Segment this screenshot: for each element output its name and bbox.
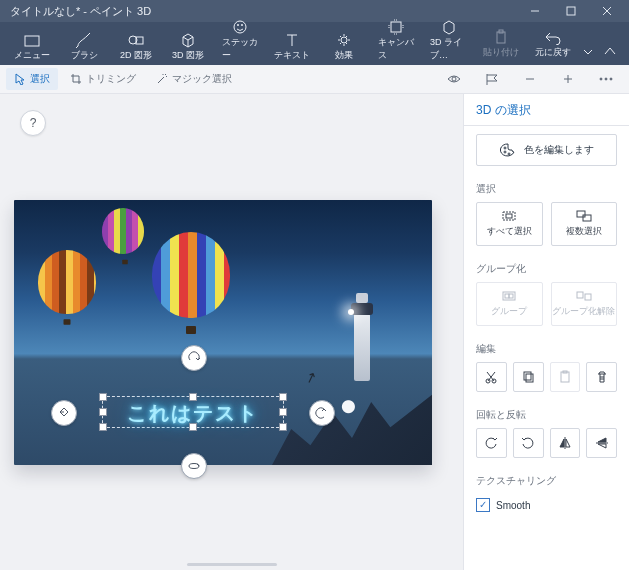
menu-label: メニュー [14,49,50,62]
select-all-button[interactable]: すべて選択 [476,202,543,246]
sticker-tab[interactable]: ステッカー [214,17,266,65]
svg-rect-30 [526,374,533,382]
sticker-icon [231,19,249,35]
paste-icon [492,29,510,45]
canvas-image[interactable]: これはテスト ↗ [14,200,432,465]
resize-handle-r[interactable] [279,408,287,416]
rotate-x-handle[interactable] [181,345,207,371]
minus-icon [524,73,536,85]
canvas-icon [387,19,405,35]
more-button[interactable] [589,66,623,92]
title-bar: タイトルなし* - ペイント 3D [0,0,629,22]
svg-point-7 [341,37,347,43]
shapes2d-tab[interactable]: 2D 図形 [110,30,162,65]
scene-lighthouse [354,313,370,381]
svg-point-13 [605,78,607,80]
svg-rect-23 [505,294,509,298]
scene-balloon-2 [102,208,144,254]
svg-rect-18 [503,212,515,220]
chevron-down-icon [583,48,593,56]
delete-button[interactable] [586,362,617,392]
maximize-button[interactable] [553,0,589,22]
undo-icon [544,29,562,45]
depth-handle[interactable] [51,400,77,426]
undo-button[interactable]: 元に戻す [527,27,579,62]
resize-handle-br[interactable] [279,423,287,431]
resize-handle-l[interactable] [99,408,107,416]
ellipsis-icon [599,77,613,81]
library3d-tab[interactable]: 3D ライブ… [422,17,475,65]
resize-handle-b[interactable] [189,423,197,431]
scene-balloon-3 [152,232,230,318]
magic-label: マジック選択 [172,72,232,86]
brush-label: ブラシ [71,49,98,62]
text-label: テキスト [274,49,310,62]
selection-box[interactable]: これはテスト ↗ [102,396,284,428]
plus-icon [562,73,574,85]
undo-label: 元に戻す [535,46,571,59]
section-select-title: 選択 [476,182,617,196]
copy-button[interactable] [513,362,544,392]
rotate-y-handle[interactable] [309,400,335,426]
magic-select-tool[interactable]: マジック選択 [148,68,240,90]
svg-rect-19 [506,214,512,218]
svg-rect-26 [585,294,591,300]
help-button[interactable]: ? [20,110,46,136]
view3d-button[interactable] [437,66,471,92]
effects-icon [335,32,353,48]
ribbon: メニュー ブラシ 2D 図形 3D 図形 ステッカー テキスト 効果 キャンバ [0,22,629,65]
minimize-button[interactable] [517,0,553,22]
horizontal-scroll-indicator[interactable] [187,563,277,566]
svg-rect-25 [577,292,583,298]
section-texture-title: テクスチャリング [476,474,617,488]
text-tab[interactable]: テキスト [266,30,318,65]
resize-handle-tl[interactable] [99,393,107,401]
canvas-tab[interactable]: キャンバス [370,17,422,65]
panel-header: 3D の選択 [464,94,629,126]
main-area: ? これはテスト [0,94,629,570]
zoom-out-button[interactable] [513,66,547,92]
resize-handle-t[interactable] [189,393,197,401]
app-window: タイトルなし* - ペイント 3D メニュー ブラシ 2D 図形 3D 図形 ス… [0,0,629,570]
flip-horizontal-button[interactable] [550,428,581,458]
ungroup-label: グループ化解除 [552,305,615,318]
select-label: 選択 [30,72,50,86]
cut-button[interactable] [476,362,507,392]
flip-vertical-button[interactable] [586,428,617,458]
copy-icon [521,370,535,384]
select-tool[interactable]: 選択 [6,68,58,90]
resize-handle-tr[interactable] [279,393,287,401]
resize-handle-bl[interactable] [99,423,107,431]
zoom-in-button[interactable] [551,66,585,92]
shapes2d-label: 2D 図形 [120,49,152,62]
cursor-icon [14,73,26,85]
svg-rect-24 [509,294,513,298]
menu-button[interactable]: メニュー [6,32,58,65]
rotate-cw-button[interactable] [513,428,544,458]
smooth-checkbox[interactable]: ✓ Smooth [476,494,617,516]
svg-rect-1 [25,36,39,46]
collapse-ribbon-button[interactable] [597,44,623,62]
canvas-stage[interactable]: ? これはテスト [0,94,463,570]
mixed-reality-button[interactable] [475,66,509,92]
svg-rect-0 [567,7,575,15]
svg-point-6 [241,24,242,25]
palette-icon [500,143,516,157]
multi-select-button[interactable]: 複数選択 [551,202,618,246]
brush-icon [75,32,93,48]
crop-tool[interactable]: トリミング [62,68,144,90]
rotate-z-handle[interactable] [181,453,207,479]
rotate-ccw-button[interactable] [476,428,507,458]
flip-v-icon [595,436,609,450]
effects-tab[interactable]: 効果 [318,30,370,65]
edit-color-button[interactable]: 色を編集します [476,134,617,166]
library3d-label: 3D ライブ… [430,36,467,62]
flag-icon [485,73,499,85]
shapes3d-label: 3D 図形 [172,49,204,62]
brush-tab[interactable]: ブラシ [58,30,110,65]
library3d-icon [440,19,458,35]
undo-history-dropdown[interactable] [579,46,597,62]
close-button[interactable] [589,0,625,22]
group-button: グループ [476,282,543,326]
shapes3d-tab[interactable]: 3D 図形 [162,30,214,65]
